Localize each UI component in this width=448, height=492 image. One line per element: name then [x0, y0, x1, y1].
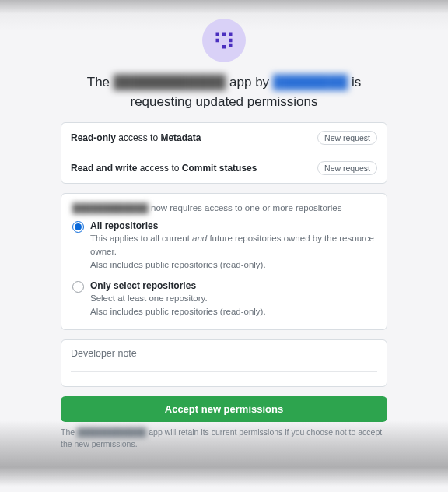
svg-rect-5 [222, 45, 226, 49]
permission-subject: Metadata [160, 132, 201, 143]
accept-button[interactable]: Accept new permissions [61, 396, 387, 422]
permission-row: Read and write access to Commit statuses… [61, 153, 387, 183]
footnote-app-redacted: ████████████ [77, 427, 146, 438]
footnote: The ████████████ app will retain its cur… [61, 427, 387, 450]
new-request-badge: New request [317, 161, 377, 175]
permission-prefix: Read-only [71, 132, 116, 143]
permission-label: Read-only access to Metadata [71, 132, 201, 143]
option-body: All repositories This applies to all cur… [90, 220, 376, 271]
svg-rect-3 [216, 39, 220, 43]
permission-middle: access to [140, 163, 180, 174]
option-title: Only select repositories [90, 280, 376, 291]
svg-rect-4 [229, 39, 233, 43]
app-name-redacted: ████████████ [114, 73, 226, 93]
developer-note-box: Developer note [61, 339, 387, 387]
permission-row: Read-only access to Metadata New request [61, 123, 387, 153]
svg-rect-0 [216, 33, 220, 37]
repo-intro-suffix: now requires access to one or more repos… [151, 203, 341, 213]
radio-select-repositories[interactable] [72, 281, 84, 293]
permission-label: Read and write access to Commit statuses [71, 163, 257, 174]
svg-rect-1 [222, 33, 226, 37]
developer-note-label: Developer note [71, 348, 377, 359]
option-body: Only select repositories Select at least… [90, 280, 376, 318]
footnote-prefix: The [61, 427, 75, 437]
permission-middle: access to [118, 132, 158, 143]
repo-intro-redacted: ████████████ [72, 203, 149, 213]
option-description: Select at least one repository. Also inc… [90, 292, 376, 318]
permission-subject: Commit statuses [182, 163, 257, 174]
permission-prefix: Read and write [71, 163, 137, 174]
radio-all-repositories[interactable] [72, 221, 84, 233]
repo-intro: ████████████ now requires access to one … [72, 203, 376, 213]
author-redacted: ████████ [273, 73, 348, 93]
svg-rect-6 [229, 44, 233, 47]
page-root: The ████████████ app by ████████ is requ… [0, 0, 448, 492]
developer-note-line [71, 359, 377, 372]
app-logo-icon [212, 29, 236, 52]
app-icon [202, 19, 246, 62]
option-title: All repositories [90, 220, 376, 231]
option-description: This applies to all current and future r… [90, 232, 376, 271]
title-mid: app by [229, 75, 269, 90]
title-prefix: The [87, 75, 110, 90]
permissions-box: Read-only access to Metadata New request… [61, 122, 387, 184]
content-column: The ████████████ app by ████████ is requ… [61, 19, 387, 450]
page-title: The ████████████ app by ████████ is requ… [61, 73, 387, 111]
repo-option-select[interactable]: Only select repositories Select at least… [72, 280, 376, 318]
repo-option-all[interactable]: All repositories This applies to all cur… [72, 220, 376, 271]
svg-rect-2 [229, 33, 233, 37]
new-request-badge: New request [317, 131, 377, 145]
repository-access-box: ████████████ now requires access to one … [61, 193, 387, 329]
